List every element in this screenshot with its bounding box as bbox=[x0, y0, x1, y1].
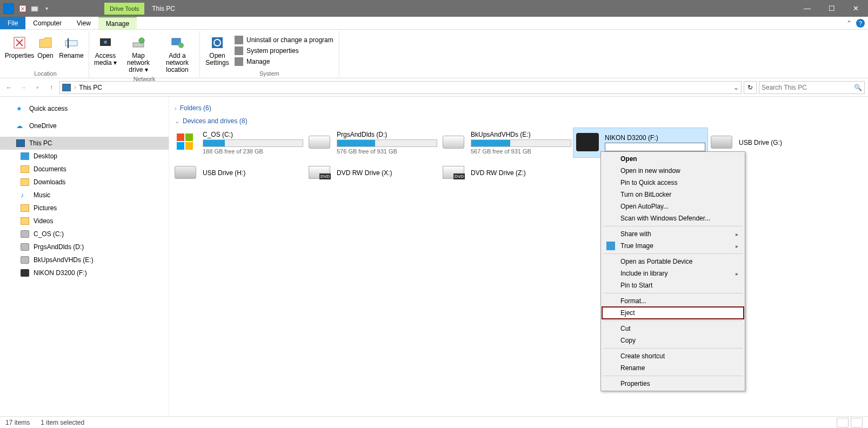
tab-manage[interactable]: Manage bbox=[98, 17, 137, 29]
ribbon-rename[interactable]: Rename bbox=[57, 33, 85, 61]
drive-tools-tab[interactable]: Drive Tools bbox=[104, 3, 144, 15]
search-box[interactable]: 🔍 bbox=[759, 81, 865, 94]
svg-rect-4 bbox=[68, 38, 69, 48]
star-icon: ★ bbox=[16, 105, 25, 112]
ctx-share-with[interactable]: Share with▸ bbox=[602, 228, 744, 240]
ribbon-map-drive[interactable]: Map network drive ▾ bbox=[119, 33, 157, 75]
chevron-right-icon: › bbox=[175, 105, 177, 111]
qat-new-folder-icon[interactable] bbox=[29, 3, 40, 14]
help-icon[interactable]: ? bbox=[856, 19, 865, 28]
tab-computer[interactable]: Computer bbox=[25, 17, 69, 29]
ctx-defender[interactable]: Scan with Windows Defender... bbox=[602, 212, 744, 224]
drive-label: USB Drive (G:) bbox=[739, 139, 839, 146]
search-input[interactable] bbox=[762, 84, 854, 91]
status-selection: 1 item selected bbox=[41, 419, 84, 426]
app-icon[interactable] bbox=[3, 3, 14, 14]
ctx-format[interactable]: Format... bbox=[602, 295, 744, 307]
drive-h[interactable]: USB Drive (H:) bbox=[171, 158, 305, 188]
usb-drive-icon bbox=[711, 136, 732, 149]
breadcrumb-chevron[interactable]: › bbox=[74, 84, 76, 90]
nav-drive-d[interactable]: PrgsAndDlds (D:) bbox=[0, 240, 169, 253]
ctx-true-image[interactable]: True Image▸ bbox=[602, 240, 744, 252]
nav-drive-c[interactable]: C_OS (C:) bbox=[0, 228, 169, 240]
drive-label: DVD RW Drive (X:) bbox=[337, 169, 437, 177]
refresh-button[interactable]: ↻ bbox=[744, 81, 757, 94]
ctx-create-shortcut[interactable]: Create shortcut bbox=[602, 350, 744, 362]
qat-dropdown-icon[interactable]: ▾ bbox=[41, 3, 52, 14]
dvd-drive-icon bbox=[309, 166, 330, 179]
ctx-cut[interactable]: Cut bbox=[602, 323, 744, 335]
ctx-properties[interactable]: Properties bbox=[602, 378, 744, 390]
close-button[interactable]: ✕ bbox=[844, 0, 868, 17]
maximize-button[interactable]: ☐ bbox=[819, 0, 844, 17]
ctx-eject[interactable]: Eject bbox=[602, 307, 744, 319]
drive-label: PrgsAndDlds (D:) bbox=[337, 131, 437, 138]
ctx-open[interactable]: Open bbox=[602, 153, 744, 165]
nav-recent-dropdown[interactable]: ▾ bbox=[31, 82, 43, 93]
section-folders[interactable]: ›Folders (6) bbox=[171, 102, 863, 115]
ribbon-uninstall[interactable]: Uninstall or change a program bbox=[232, 35, 336, 45]
ctx-include-library[interactable]: Include in library▸ bbox=[602, 268, 744, 279]
drive-d[interactable]: PrgsAndDlds (D:)576 GB free of 931 GB bbox=[305, 128, 439, 157]
ctx-pin-start[interactable]: Pin to Start bbox=[602, 279, 744, 291]
hdd-icon bbox=[443, 136, 464, 149]
nav-videos[interactable]: Videos bbox=[0, 215, 169, 228]
hdd-icon bbox=[309, 136, 330, 149]
ctx-autoplay[interactable]: Open AutoPlay... bbox=[602, 200, 744, 212]
tab-view[interactable]: View bbox=[69, 17, 98, 29]
ctx-portable-device[interactable]: Open as Portable Device bbox=[602, 256, 744, 268]
ribbon-open[interactable]: Open bbox=[35, 33, 56, 61]
nav-onedrive[interactable]: ☁OneDrive bbox=[0, 119, 169, 132]
nav-documents[interactable]: Documents bbox=[0, 163, 169, 176]
search-icon[interactable]: 🔍 bbox=[854, 84, 862, 91]
sd-icon bbox=[21, 269, 29, 277]
qat-properties-icon[interactable] bbox=[17, 3, 28, 14]
ctx-rename[interactable]: Rename bbox=[602, 362, 744, 374]
dvd-drive-icon bbox=[443, 166, 464, 179]
breadcrumb[interactable]: This PC bbox=[79, 84, 102, 91]
nav-forward-button[interactable]: → bbox=[17, 82, 29, 93]
ribbon-add-network[interactable]: Add a network location bbox=[158, 33, 196, 75]
nav-music[interactable]: ♪Music bbox=[0, 189, 169, 202]
rename-field[interactable] bbox=[605, 143, 705, 151]
windows-drive-icon bbox=[175, 131, 196, 153]
ribbon-access-media[interactable]: Access media ▾ bbox=[92, 33, 118, 68]
drive-label: NIKON D3200 (F:) bbox=[605, 134, 705, 142]
ctx-open-new-window[interactable]: Open in new window bbox=[602, 165, 744, 177]
svg-rect-1 bbox=[31, 6, 38, 11]
downloads-icon bbox=[21, 178, 29, 186]
thispc-icon bbox=[62, 84, 71, 91]
view-tiles-button[interactable] bbox=[851, 418, 863, 427]
documents-icon bbox=[21, 165, 29, 173]
ribbon-system-properties[interactable]: System properties bbox=[232, 46, 336, 56]
nav-drive-f[interactable]: NIKON D3200 (F:) bbox=[0, 266, 169, 279]
ribbon-collapse-icon[interactable]: ⌃ bbox=[846, 19, 852, 27]
nav-thispc[interactable]: This PC bbox=[0, 137, 169, 150]
drive-z[interactable]: DVD RW Drive (Z:) bbox=[439, 158, 573, 188]
section-devices[interactable]: ⌄Devices and drives (8) bbox=[171, 115, 863, 128]
drive-e[interactable]: BkUpsAndVHDs (E:)567 GB free of 931 GB bbox=[439, 128, 573, 157]
ribbon-properties[interactable]: Properties bbox=[5, 33, 34, 61]
nav-pictures[interactable]: Pictures bbox=[0, 202, 169, 215]
nav-up-button[interactable]: ↑ bbox=[45, 82, 57, 93]
ctx-copy[interactable]: Copy bbox=[602, 335, 744, 346]
tab-file[interactable]: File bbox=[0, 17, 25, 29]
nav-back-button[interactable]: ← bbox=[3, 82, 15, 93]
nav-quick-access[interactable]: ★Quick access bbox=[0, 102, 169, 115]
address-bar[interactable]: › This PC ⌄ bbox=[59, 81, 742, 94]
ribbon-manage[interactable]: Manage bbox=[232, 57, 336, 66]
ribbon-open-settings[interactable]: Open Settings bbox=[203, 33, 231, 68]
content-pane: ›Folders (6) ⌄Devices and drives (8) C_O… bbox=[169, 97, 868, 416]
nav-drive-e[interactable]: BkUpsAndVHDs (E:) bbox=[0, 253, 169, 266]
nav-desktop[interactable]: Desktop bbox=[0, 150, 169, 163]
nav-downloads[interactable]: Downloads bbox=[0, 176, 169, 189]
separator bbox=[603, 293, 743, 293]
drive-x[interactable]: DVD RW Drive (X:) bbox=[305, 158, 439, 188]
view-details-button[interactable] bbox=[837, 418, 849, 427]
address-dropdown-icon[interactable]: ⌄ bbox=[733, 84, 739, 91]
svg-rect-14 bbox=[185, 133, 193, 141]
minimize-button[interactable]: — bbox=[795, 0, 819, 17]
drive-c[interactable]: C_OS (C:)188 GB free of 238 GB bbox=[171, 128, 305, 157]
ctx-bitlocker[interactable]: Turn on BitLocker bbox=[602, 189, 744, 200]
ctx-pin-quick-access[interactable]: Pin to Quick access bbox=[602, 177, 744, 189]
